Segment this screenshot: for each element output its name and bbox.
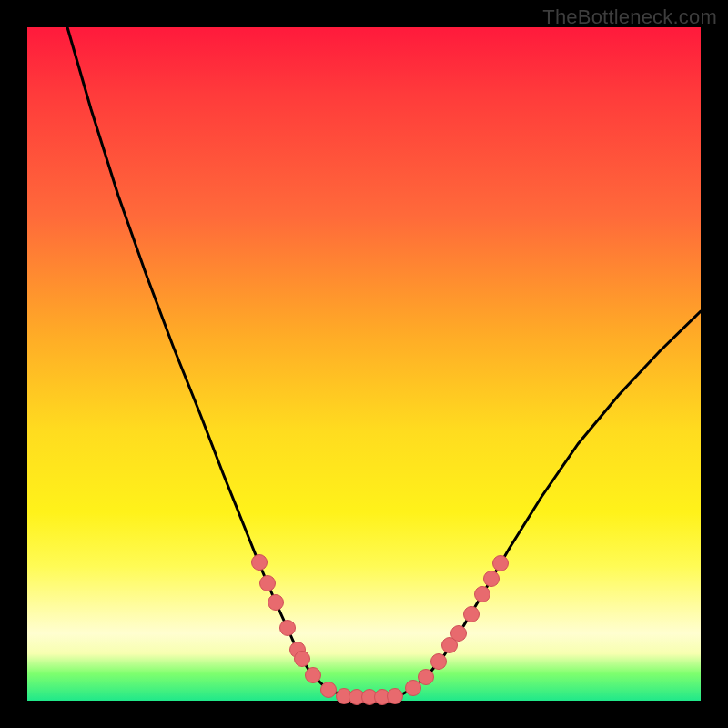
data-dot: [475, 587, 490, 602]
data-dot: [419, 670, 434, 685]
data-dot: [388, 689, 403, 704]
data-dot: [252, 555, 268, 571]
data-dot: [306, 668, 321, 683]
data-dot: [295, 652, 310, 667]
data-dot: [493, 556, 509, 571]
chart-plot-area: [27, 27, 701, 701]
chart-svg: [27, 27, 701, 701]
data-dot: [280, 621, 296, 636]
data-dot: [268, 595, 284, 611]
data-dot: [260, 576, 276, 592]
watermark-text: TheBottleneck.com: [542, 5, 717, 29]
data-dots: [252, 555, 509, 705]
data-dot: [451, 626, 467, 642]
chart-frame: TheBottleneck.com: [0, 0, 728, 728]
data-dot: [431, 654, 447, 670]
data-dot: [406, 681, 421, 696]
bottleneck-curve: [67, 27, 701, 697]
data-dot: [484, 571, 500, 587]
data-dot: [464, 607, 480, 622]
data-dot: [321, 682, 337, 698]
